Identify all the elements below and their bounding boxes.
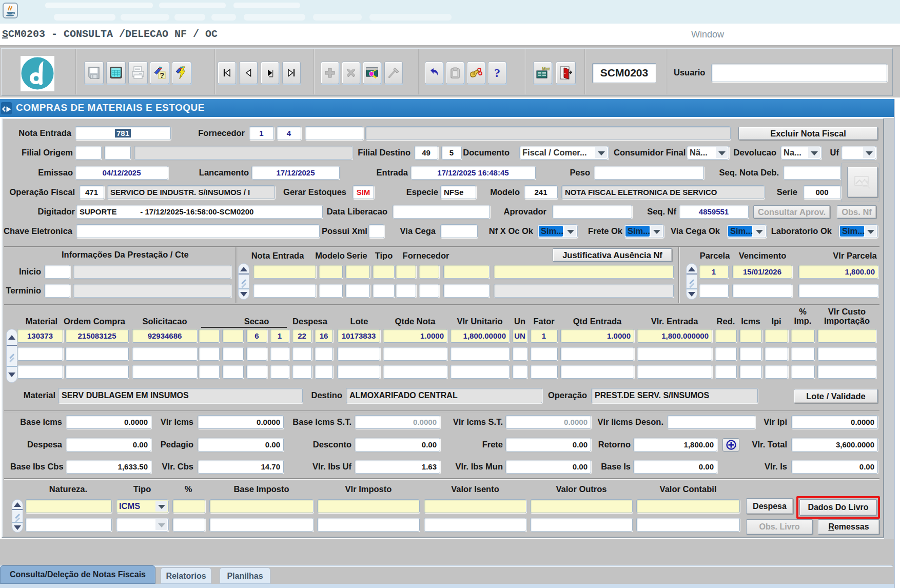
svg-text:Menu: Menu xyxy=(542,66,550,71)
svg-text:?: ? xyxy=(160,71,164,80)
svg-text:?: ? xyxy=(494,66,500,80)
